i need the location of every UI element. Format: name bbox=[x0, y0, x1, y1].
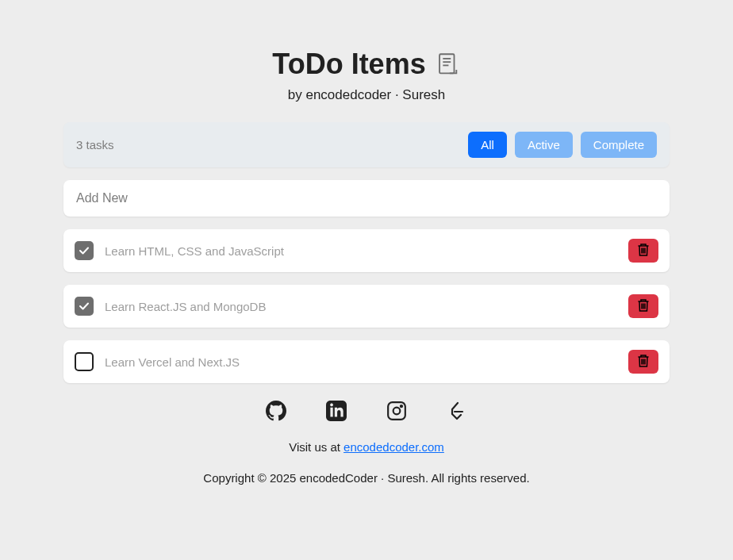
trash-icon bbox=[637, 298, 650, 315]
leetcode-icon bbox=[447, 401, 466, 424]
add-new-input[interactable] bbox=[76, 191, 657, 205]
delete-button[interactable] bbox=[628, 294, 658, 318]
filter-complete-button[interactable]: Complete bbox=[581, 132, 657, 158]
delete-button[interactable] bbox=[628, 350, 658, 374]
svg-rect-4 bbox=[388, 402, 405, 420]
task-text: Learn Vercel and Next.JS bbox=[105, 355, 617, 369]
filter-bar: 3 tasks All Active Complete bbox=[63, 122, 670, 167]
task-checkbox[interactable] bbox=[75, 352, 94, 371]
subtitle: by encodedcoder · Suresh bbox=[63, 87, 670, 103]
linkedin-link[interactable] bbox=[326, 402, 347, 423]
instagram-link[interactable] bbox=[386, 402, 407, 423]
filter-buttons: All Active Complete bbox=[468, 132, 657, 158]
page-title: ToDo Items bbox=[272, 48, 425, 81]
linkedin-icon bbox=[326, 401, 347, 424]
svg-point-5 bbox=[393, 408, 401, 415]
task-checkbox[interactable] bbox=[75, 297, 94, 316]
task-text: Learn HTML, CSS and JavaScript bbox=[105, 244, 617, 258]
filter-all-button[interactable]: All bbox=[468, 132, 507, 158]
filter-active-button[interactable]: Active bbox=[515, 132, 573, 158]
github-icon bbox=[266, 401, 286, 424]
github-link[interactable] bbox=[266, 402, 286, 423]
task-row: Learn HTML, CSS and JavaScript bbox=[63, 229, 670, 272]
task-row: Learn Vercel and Next.JS bbox=[63, 340, 670, 383]
trash-icon bbox=[637, 243, 650, 259]
header: ToDo Items by encodedcoder · Suresh bbox=[63, 48, 670, 103]
visit-link[interactable]: encodedcoder.com bbox=[343, 440, 444, 454]
add-new-container bbox=[63, 180, 670, 217]
task-count: 3 tasks bbox=[76, 138, 114, 152]
copyright: Copyright © 2025 encodedCoder · Suresh. … bbox=[63, 471, 670, 485]
task-row: Learn React.JS and MongoDB bbox=[63, 285, 670, 328]
svg-rect-0 bbox=[439, 54, 454, 73]
task-checkbox[interactable] bbox=[75, 241, 94, 260]
delete-button[interactable] bbox=[628, 239, 658, 263]
receipt-icon bbox=[434, 51, 461, 78]
svg-point-6 bbox=[401, 405, 402, 407]
leetcode-link[interactable] bbox=[447, 402, 467, 423]
task-text: Learn React.JS and MongoDB bbox=[105, 300, 617, 313]
footer: Visit us at encodedcoder.com Copyright ©… bbox=[63, 402, 670, 485]
visit-prefix: Visit us at bbox=[289, 440, 343, 454]
visit-text: Visit us at encodedcoder.com bbox=[63, 440, 670, 454]
trash-icon bbox=[637, 354, 650, 370]
instagram-icon bbox=[386, 401, 407, 424]
